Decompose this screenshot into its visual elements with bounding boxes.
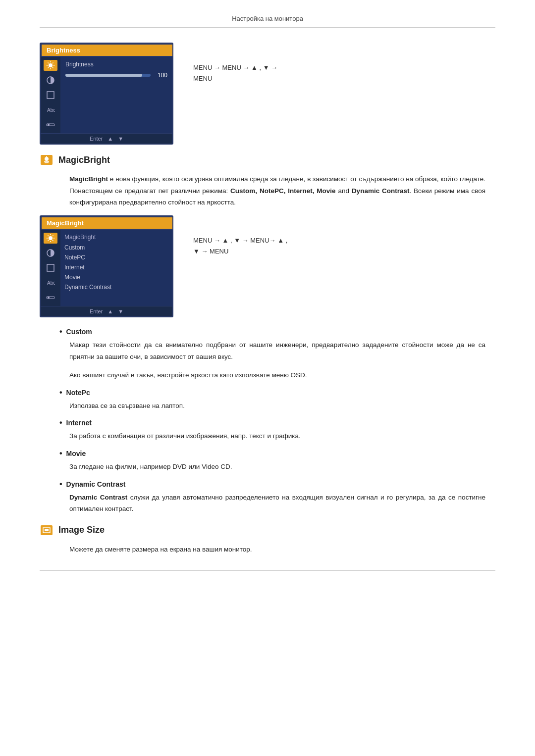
brightness-slider-fill — [65, 74, 142, 77]
brightness-value: 100 — [154, 72, 167, 79]
bottom-divider — [40, 570, 495, 571]
text-icon: Abc — [44, 104, 57, 115]
brightness-osd-panel: Brightness — [40, 43, 173, 145]
brightness-slider-row: 100 — [65, 72, 167, 79]
settings-svg-icon — [46, 120, 55, 129]
magicbright-bottom-bar: Enter ▲ ▼ — [41, 306, 172, 316]
brightness-slider[interactable] — [65, 74, 151, 77]
svg-line-25 — [53, 235, 54, 236]
bullet-dynamic-section: • Dynamic Contrast Dynamic Contrast служ… — [59, 480, 495, 515]
dynamic-contrast-rest: служи да улавя автоматично разпределение… — [69, 494, 485, 513]
brightness-icon-active — [44, 60, 57, 71]
magicbright-panel-body: Abc MagicBright Custom NotePC Internet — [41, 230, 172, 306]
svg-point-14 — [45, 157, 49, 161]
mb-enter-label: Enter — [90, 308, 103, 314]
magicbright-dynamic: Dynamic Contrast — [352, 187, 410, 195]
magicbright-title: MagicBright — [58, 155, 110, 165]
magicbright-sun-icon — [44, 233, 57, 244]
bullet-custom-dot: • — [59, 327, 62, 336]
brightness-enter-label: Enter — [90, 136, 103, 142]
bullet-custom-desc2: Ако вашият случай е такъв, настройте ярк… — [69, 369, 485, 381]
mb-menu-notepc[interactable]: NotePC — [60, 252, 172, 262]
bullet-internet-desc: За работа с комбинация от различни изобр… — [69, 430, 485, 442]
sun-icon — [46, 61, 55, 70]
svg-line-7 — [53, 63, 54, 64]
bullet-dynamic-dot: • — [59, 480, 62, 489]
svg-line-26 — [48, 240, 49, 241]
sharpness-icon — [44, 90, 57, 101]
imagesize-icon-svg — [42, 526, 51, 534]
bullet-internet-section: • Internet За работа с комбинация от раз… — [59, 418, 495, 442]
svg-line-8 — [48, 67, 49, 68]
brightness-sidebar: Abc — [41, 57, 60, 133]
brightness-bottom-bar: Enter ▲ ▼ — [41, 133, 172, 144]
svg-point-31 — [48, 297, 50, 299]
mb-settings-svg — [46, 293, 55, 302]
mb-menu-movie[interactable]: Movie — [60, 272, 172, 282]
bullet-movie-dot: • — [59, 449, 62, 458]
magicbright-menu-list: MagicBright Custom NotePC Internet Movie… — [60, 230, 172, 306]
brightness-up-label: ▲ — [107, 136, 113, 142]
magicbright-nav-line1: MENU → ▲ , ▼ → MENU→ ▲ , — [193, 235, 287, 246]
mb-contrast-icon — [44, 248, 57, 258]
bullet-notepc-dot: • — [59, 388, 62, 397]
mb-sharpness-icon — [44, 262, 57, 273]
magicbright-nav-line2: ▼ → MENU — [193, 246, 287, 257]
mb-menu-internet[interactable]: Internet — [60, 262, 172, 272]
magicbright-desc-text: MagicBright е нова функция, която осигур… — [69, 175, 485, 206]
magicbright-section-icon — [40, 154, 54, 165]
imagesize-heading: Image Size — [40, 525, 495, 536]
bullet-custom-desc1: Макар тези стойности да са внимателно по… — [69, 339, 485, 362]
svg-text:Abc: Abc — [47, 107, 55, 113]
magicbright-icon-svg — [42, 156, 51, 164]
bullet-notepc-text: NotePc — [66, 389, 90, 397]
mb-down-label: ▼ — [118, 308, 123, 314]
brightness-title-bar: Brightness — [41, 44, 173, 57]
bullet-custom-text: Custom — [66, 328, 92, 336]
imagesize-icon-box — [41, 525, 53, 535]
bullet-internet-label: • Internet — [59, 418, 495, 427]
mb-menu-custom[interactable]: Custom — [60, 243, 172, 252]
svg-rect-28 — [47, 264, 54, 271]
bullet-movie-desc: За гледане на филми, например DVD или Vi… — [69, 461, 485, 473]
svg-point-0 — [49, 63, 53, 67]
bullet-custom-label: • Custom — [59, 327, 495, 336]
brightness-nav-instruction: MENU → MENU → ▲ , ▼ → MENU — [193, 43, 277, 84]
brightness-panel-body: Abc Brightness — [41, 57, 172, 133]
magicbright-panel-title: MagicBright — [41, 216, 173, 230]
dynamic-contrast-bold: Dynamic Contrast — [69, 494, 127, 501]
imagesize-description: Можете да сменяте размера на екрана на в… — [69, 544, 485, 555]
magicbright-and: and — [336, 187, 352, 195]
sharpness-svg-icon — [46, 91, 55, 100]
magicbright-nav-instruction: MENU → ▲ , ▼ → MENU→ ▲ , ▼ → MENU — [193, 215, 287, 257]
bullet-notepc-section: • NotePc Използва се за свързване на лап… — [59, 388, 495, 412]
bullet-custom-section: • Custom Макар тези стойности да са вним… — [59, 327, 495, 381]
contrast-icon — [44, 75, 57, 86]
svg-line-24 — [53, 240, 54, 241]
mb-sharpness-svg — [46, 263, 55, 272]
mb-menu-dynamic-contrast[interactable]: Dynamic Contrast — [60, 282, 172, 292]
page-container: Настройка на монитора Brightness — [0, 0, 535, 756]
page-header: Настройка на монитора — [40, 15, 495, 28]
bullet-movie-text: Movie — [66, 450, 86, 457]
brightness-panel-row: Brightness — [40, 43, 495, 145]
magicbright-desc-bold: MagicBright — [69, 175, 108, 183]
bullet-movie-label: • Movie — [59, 449, 495, 458]
svg-rect-33 — [45, 529, 49, 531]
mb-sun-svg — [46, 234, 55, 243]
svg-line-23 — [48, 235, 49, 236]
imagesize-title: Image Size — [58, 525, 105, 535]
magicbright-osd-panel: MagicBright — [40, 215, 173, 317]
brightness-nav-line1: MENU → MENU → ▲ , ▼ → — [193, 62, 277, 73]
magicbright-modes: Custom, NotePC, Internet, Movie — [230, 187, 336, 195]
svg-point-18 — [49, 236, 53, 240]
bullet-internet-text: Internet — [66, 419, 92, 427]
settings-icon — [44, 119, 57, 130]
bullet-notepc-label: • NotePc — [59, 388, 495, 397]
magicbright-panel-row: MagicBright — [40, 215, 495, 317]
magicbright-icon-box — [41, 155, 53, 165]
brightness-label: Brightness — [65, 61, 167, 68]
magicbright-heading: MagicBright — [40, 154, 495, 165]
svg-text:Abc: Abc — [47, 280, 55, 286]
magicbright-description: MagicBright е нова функция, която осигур… — [69, 173, 485, 208]
